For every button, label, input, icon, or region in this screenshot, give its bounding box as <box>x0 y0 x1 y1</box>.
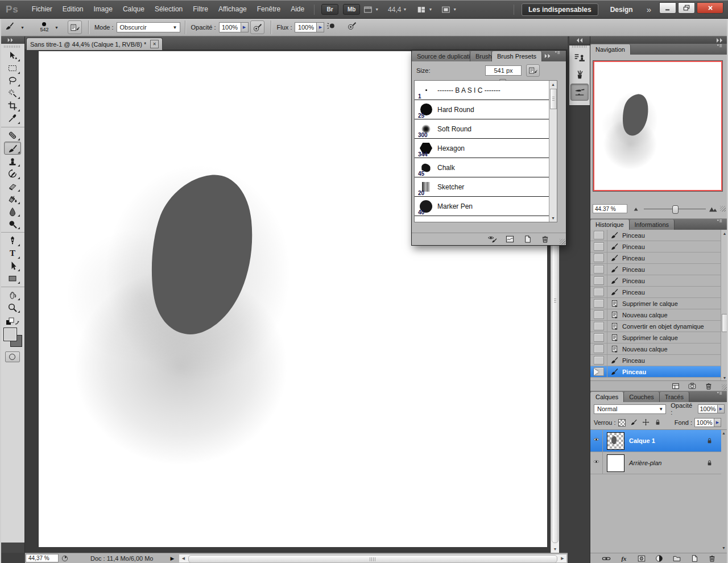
scroll-left-icon[interactable]: ◀ <box>179 554 187 562</box>
layer-row[interactable]: Arrière-plan <box>590 452 721 474</box>
tab-layers[interactable]: Calques <box>590 392 624 402</box>
history-source-well[interactable] <box>590 355 607 366</box>
tablet-pressure-opacity-button[interactable] <box>250 20 264 34</box>
zoom-out-icon[interactable] <box>632 205 641 213</box>
new-document-from-state-icon[interactable] <box>671 382 680 391</box>
adjustment-layer-icon[interactable] <box>655 554 664 563</box>
scroll-down-icon[interactable]: ▼ <box>721 546 727 552</box>
close-document-icon[interactable]: ✕ <box>150 40 159 48</box>
scroll-right-icon[interactable]: ▶ <box>559 554 566 562</box>
brush-tool-icon[interactable] <box>5 21 17 34</box>
panel-menu-icon[interactable] <box>715 391 728 402</box>
history-source-well[interactable] <box>590 298 607 309</box>
spot-healing-brush-tool[interactable] <box>5 129 20 141</box>
panel-menu-icon[interactable] <box>715 219 728 230</box>
horizontal-scrollbar[interactable]: ◀ ▶ <box>179 554 567 563</box>
foreground-color-swatch[interactable] <box>3 328 17 341</box>
blend-mode-select[interactable]: Obscurcir ▼ <box>117 22 180 32</box>
new-brush-icon[interactable] <box>523 234 532 244</box>
lock-pixels-icon[interactable] <box>630 419 638 427</box>
layer-visibility-toggle[interactable] <box>590 452 603 474</box>
bridge-button[interactable]: Br <box>321 4 338 15</box>
history-source-well[interactable] <box>590 366 607 377</box>
collapse-panel-icon[interactable] <box>542 51 553 61</box>
clone-source-panel-button[interactable] <box>571 49 588 65</box>
eraser-tool[interactable] <box>5 180 20 192</box>
link-layers-icon[interactable] <box>602 554 611 563</box>
chevron-down-icon[interactable]: ▼ <box>403 7 407 11</box>
brush-tool[interactable] <box>4 142 21 155</box>
history-state-row[interactable]: Pinceau <box>590 355 721 366</box>
view-extras-icon[interactable] <box>362 5 373 14</box>
brush-preset-row[interactable]: Chalk 45 <box>415 158 549 177</box>
chevron-down-icon[interactable]: ▼ <box>428 7 432 11</box>
history-source-well[interactable] <box>590 275 607 286</box>
clone-stamp-tool[interactable] <box>5 155 20 167</box>
menu-item[interactable]: Fichier <box>27 1 57 18</box>
lasso-tool[interactable] <box>5 75 20 87</box>
history-state-row[interactable]: Pinceau <box>590 275 721 287</box>
history-state-row[interactable]: Pinceau <box>590 366 721 378</box>
mini-bridge-button[interactable]: Mb <box>343 4 360 15</box>
history-state-row[interactable]: Pinceau <box>590 287 721 298</box>
tablet-pressure-size-icon[interactable] <box>347 21 359 34</box>
resize-grip[interactable] <box>720 206 726 212</box>
tab-clone-source[interactable]: Source de duplication <box>412 51 470 61</box>
toggle-brush-panel-button[interactable] <box>68 20 82 34</box>
brush-list-scrollbar[interactable]: ▲ ▼ <box>549 81 557 222</box>
menu-item[interactable]: Image <box>89 1 118 18</box>
brush-preset-row[interactable]: ------- B A S I C ------- 1 <box>415 81 549 100</box>
history-source-well[interactable] <box>590 309 607 320</box>
history-state-row[interactable]: Pinceau <box>590 252 721 264</box>
toggle-brush-panel-button[interactable] <box>526 64 540 77</box>
layer-name[interactable]: Calque 1 <box>629 437 655 444</box>
paint-bucket-tool[interactable] <box>5 193 20 205</box>
brush-preset-row[interactable]: Hard Round 25 <box>415 100 549 119</box>
hand-tool[interactable] <box>5 289 20 301</box>
tab-navigation[interactable]: Navigation <box>590 44 631 55</box>
navigator-zoom-slider[interactable] <box>644 205 706 213</box>
status-menu-arrow-icon[interactable]: ▶ <box>170 556 174 561</box>
brush-panel-button[interactable] <box>571 67 588 82</box>
layer-row[interactable]: Calque 1 <box>590 430 721 452</box>
history-state-row[interactable]: Pinceau <box>590 230 721 241</box>
new-layer-icon[interactable] <box>690 554 699 563</box>
swap-colors-mini[interactable] <box>5 317 20 326</box>
history-state-row[interactable]: Convertir en objet dynamique <box>590 321 721 332</box>
brush-preset-picker[interactable]: 542 <box>36 22 53 32</box>
layer-name[interactable]: Arrière-plan <box>629 459 661 466</box>
preview-brush-icon[interactable] <box>487 234 497 244</box>
opacity-value[interactable]: 100% <box>219 22 241 32</box>
opacity-slider-arrow[interactable]: ▶ <box>241 22 249 32</box>
type-tool[interactable]: T <box>5 247 20 259</box>
chevron-down-icon[interactable]: ▼ <box>55 26 59 30</box>
menu-item[interactable]: Calque <box>118 1 150 18</box>
restore-button[interactable] <box>678 2 695 14</box>
history-state-row[interactable]: Nouveau calque <box>590 343 721 355</box>
pen-tool[interactable] <box>5 235 20 247</box>
open-brush-panel-icon[interactable] <box>505 234 515 244</box>
tools-panel-grip[interactable] <box>4 45 20 48</box>
crop-tool[interactable] <box>5 100 20 112</box>
rectangle-tool[interactable] <box>5 272 20 284</box>
move-tool[interactable] <box>5 50 20 62</box>
lock-all-icon[interactable] <box>654 419 662 427</box>
brush-preset-row[interactable]: Soft Round 300 <box>415 119 549 139</box>
workspace-overflow-button[interactable]: » <box>647 5 651 14</box>
tab-brush[interactable]: Brush <box>470 51 492 61</box>
add-layer-mask-icon[interactable] <box>637 554 646 563</box>
layer-style-icon[interactable]: fx <box>619 554 628 563</box>
tab-paths[interactable]: Tracés <box>660 392 689 402</box>
layer-opacity-input[interactable]: 100% ▶ <box>698 404 725 413</box>
chevron-down-icon[interactable]: ▼ <box>20 26 24 30</box>
layer-thumbnail[interactable] <box>607 432 624 450</box>
arrange-documents-icon[interactable] <box>416 5 427 14</box>
zoom-tool[interactable] <box>5 301 20 313</box>
menu-item[interactable]: Affichage <box>213 1 252 18</box>
brush-size-input[interactable]: 541 px <box>485 65 522 76</box>
brush-preset-row[interactable]: Sketcher 20 <box>415 177 549 197</box>
history-source-well[interactable] <box>590 343 607 354</box>
tab-history[interactable]: Historique <box>590 220 630 230</box>
tab-info[interactable]: Informations <box>630 220 675 230</box>
screen-mode-icon[interactable] <box>440 5 451 14</box>
